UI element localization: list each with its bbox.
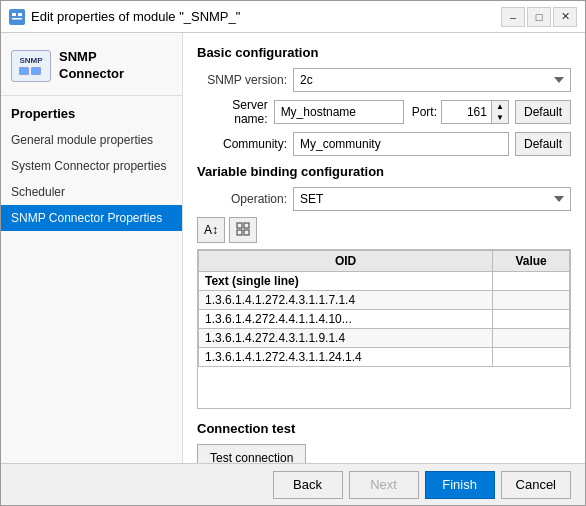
window-icon <box>9 9 25 25</box>
window-title: Edit properties of module "_SNMP_" <box>31 9 501 24</box>
server-name-label: Server name: <box>197 98 268 126</box>
table-row[interactable]: 1.3.6.1.4.272.4.4.1.1.4.10... <box>199 310 570 329</box>
svg-rect-7 <box>244 230 249 235</box>
back-button[interactable]: Back <box>273 471 343 499</box>
grid-toolbar: A↕ <box>197 217 571 243</box>
server-name-input[interactable] <box>274 100 404 124</box>
sidebar-logo-label: SNMP Connector <box>59 49 124 83</box>
var-binding-section: Variable binding configuration Operation… <box>197 164 571 409</box>
snmp-version-select[interactable]: 2c 1 3 <box>293 68 571 92</box>
svg-rect-5 <box>244 223 249 228</box>
sort-az-button[interactable]: A↕ <box>197 217 225 243</box>
server-name-row: Server name: Port: ▲ ▼ Default <box>197 98 571 126</box>
port-up-button[interactable]: ▲ <box>492 101 508 112</box>
conn-test-title: Connection test <box>197 421 571 436</box>
svg-rect-2 <box>18 13 22 16</box>
cancel-button[interactable]: Cancel <box>501 471 571 499</box>
server-default-button[interactable]: Default <box>515 100 571 124</box>
grid-options-button[interactable] <box>229 217 257 243</box>
community-row: Community: Default <box>197 132 571 156</box>
basic-config-title: Basic configuration <box>197 45 571 60</box>
content-area: SNMP SNMP Connector Properties General m… <box>1 33 585 463</box>
col-value: Value <box>493 251 570 272</box>
var-binding-title: Variable binding configuration <box>197 164 571 179</box>
svg-rect-3 <box>12 18 22 20</box>
community-input[interactable] <box>293 132 509 156</box>
test-connection-button[interactable]: Test connection <box>197 444 306 463</box>
sidebar-header: SNMP SNMP Connector <box>1 41 182 96</box>
properties-heading: Properties <box>1 100 182 127</box>
maximize-button[interactable]: □ <box>527 7 551 27</box>
port-label: Port: <box>412 105 437 119</box>
oid-grid[interactable]: OID Value Text (single line)1.3.6.1.4.1.… <box>197 249 571 409</box>
table-row[interactable]: 1.3.6.1.4.272.4.3.1.1.9.1.4 <box>199 329 570 348</box>
operation-label: Operation: <box>197 192 287 206</box>
next-button[interactable]: Next <box>349 471 419 499</box>
community-label: Community: <box>197 137 287 151</box>
title-bar: Edit properties of module "_SNMP_" – □ ✕ <box>1 1 585 33</box>
svg-rect-0 <box>10 10 24 24</box>
window-controls: – □ ✕ <box>501 7 577 27</box>
community-default-button[interactable]: Default <box>515 132 571 156</box>
port-spinner: ▲ ▼ <box>491 100 509 124</box>
sidebar-item-general[interactable]: General module properties <box>1 127 182 153</box>
operation-select[interactable]: SET GET GETNEXT <box>293 187 571 211</box>
snmp-version-label: SNMP version: <box>197 73 287 87</box>
snmp-logo-icon: SNMP <box>11 50 51 82</box>
close-button[interactable]: ✕ <box>553 7 577 27</box>
oid-table: OID Value Text (single line)1.3.6.1.4.1.… <box>198 250 570 367</box>
svg-rect-4 <box>237 223 242 228</box>
main-window: Edit properties of module "_SNMP_" – □ ✕… <box>0 0 586 506</box>
port-input[interactable] <box>441 100 491 124</box>
connection-test-section: Connection test Test connection <box>197 421 571 463</box>
snmp-version-row: SNMP version: 2c 1 3 <box>197 68 571 92</box>
minimize-button[interactable]: – <box>501 7 525 27</box>
table-row[interactable]: 1.3.6.1.4.1.272.4.3.1.1.7.1.4 <box>199 291 570 310</box>
table-row[interactable]: Text (single line) <box>199 272 570 291</box>
sidebar: SNMP SNMP Connector Properties General m… <box>1 33 183 463</box>
sidebar-item-snmp[interactable]: SNMP Connector Properties <box>1 205 182 231</box>
svg-rect-1 <box>12 13 16 16</box>
operation-row: Operation: SET GET GETNEXT <box>197 187 571 211</box>
sidebar-item-scheduler[interactable]: Scheduler <box>1 179 182 205</box>
col-oid: OID <box>199 251 493 272</box>
finish-button[interactable]: Finish <box>425 471 495 499</box>
grid-icon <box>236 222 250 239</box>
sort-az-icon: A↕ <box>204 223 218 237</box>
main-panel: Basic configuration SNMP version: 2c 1 3… <box>183 33 585 463</box>
table-row[interactable]: 1.3.6.1.4.1.272.4.3.1.1.24.1.4 <box>199 348 570 367</box>
footer: Back Next Finish Cancel <box>1 463 585 505</box>
svg-rect-6 <box>237 230 242 235</box>
sidebar-item-system[interactable]: System Connector properties <box>1 153 182 179</box>
port-down-button[interactable]: ▼ <box>492 112 508 123</box>
